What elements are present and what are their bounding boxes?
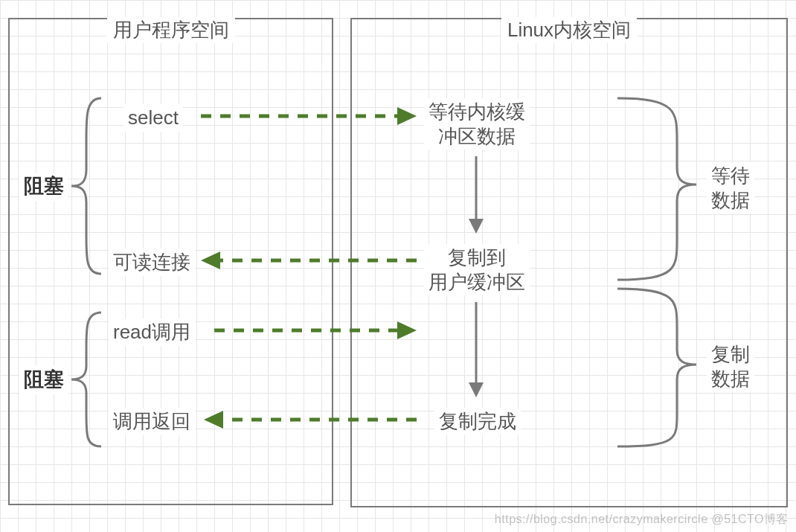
phase-wait-label: 等待 数据 [707,162,754,214]
copy-to-user-l1: 复制到 [448,246,506,269]
phase-copy-label: 复制 数据 [707,341,754,392]
return-label: 调用返回 [109,408,195,435]
phase-wait-l1: 等待 [711,164,750,187]
phase-copy-l2: 数据 [711,368,750,390]
copy-to-user-l2: 用户缓冲区 [429,271,525,293]
user-space-title: 用户程序空间 [107,17,235,43]
wait-kernel-buffer-l2: 冲区数据 [438,125,516,147]
phase-copy-l1: 复制 [711,343,750,365]
read-call-label: read调用 [109,318,195,346]
watermark-text: https://blog.csdn.net/crazymakercircle @… [495,512,789,528]
kernel-space-title: Linux内核空间 [501,17,637,43]
copy-done-label: 复制完成 [434,408,521,435]
readable-label: 可读连接 [109,249,195,276]
copy-to-user-label: 复制到 用户缓冲区 [424,244,530,295]
select-label: select [123,104,183,132]
diagram-canvas: 用户程序空间 Linux内核空间 阻塞 阻塞 select 可读连接 read调… [0,0,796,532]
kernel-space-box: Linux内核空间 [350,18,788,507]
phase-wait-l2: 数据 [711,189,750,211]
blocking-label-top: 阻塞 [19,173,68,201]
wait-kernel-buffer-label: 等待内核缓 冲区数据 [424,98,530,150]
wait-kernel-buffer-l1: 等待内核缓 [429,100,525,123]
blocking-label-bottom: 阻塞 [19,366,68,394]
